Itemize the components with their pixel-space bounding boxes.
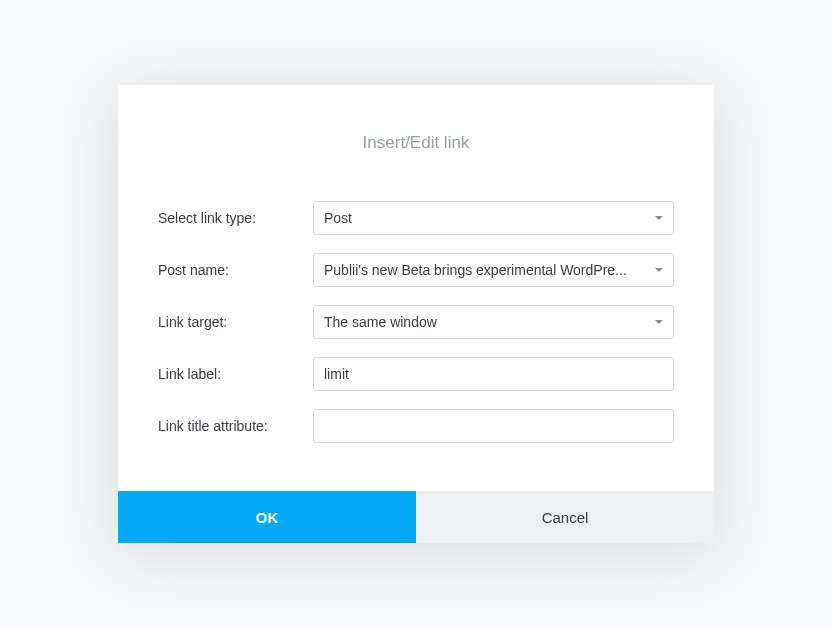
link-title-attr-input[interactable] — [313, 409, 674, 443]
form-row-post-name: Post name: Publii's new Beta brings expe… — [158, 253, 674, 287]
select-link-type-value: Post — [324, 210, 647, 226]
chevron-down-icon — [655, 216, 663, 220]
label-link-label: Link label: — [158, 366, 313, 382]
modal-title: Insert/Edit link — [158, 133, 674, 153]
insert-edit-link-modal: Insert/Edit link Select link type: Post … — [118, 85, 714, 543]
label-link-type: Select link type: — [158, 210, 313, 226]
ok-button[interactable]: OK — [118, 491, 416, 543]
chevron-down-icon — [655, 268, 663, 272]
select-link-target[interactable]: The same window — [313, 305, 674, 339]
select-link-target-value: The same window — [324, 314, 647, 330]
label-link-target: Link target: — [158, 314, 313, 330]
form-row-link-target: Link target: The same window — [158, 305, 674, 339]
form-row-link-title-attr: Link title attribute: — [158, 409, 674, 443]
modal-footer: OK Cancel — [118, 491, 714, 543]
select-post-name-value: Publii's new Beta brings experimental Wo… — [324, 262, 647, 278]
label-post-name: Post name: — [158, 262, 313, 278]
form-row-link-type: Select link type: Post — [158, 201, 674, 235]
chevron-down-icon — [655, 320, 663, 324]
label-link-title-attr: Link title attribute: — [158, 418, 313, 434]
select-post-name[interactable]: Publii's new Beta brings experimental Wo… — [313, 253, 674, 287]
select-link-type[interactable]: Post — [313, 201, 674, 235]
form-row-link-label: Link label: — [158, 357, 674, 391]
link-label-input[interactable] — [313, 357, 674, 391]
cancel-button[interactable]: Cancel — [416, 491, 714, 543]
modal-body: Insert/Edit link Select link type: Post … — [118, 85, 714, 491]
